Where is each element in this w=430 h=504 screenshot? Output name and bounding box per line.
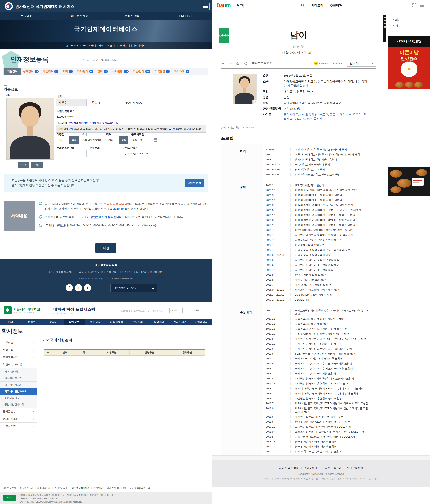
tel-field[interactable]: [56, 150, 87, 157]
search-input[interactable]: [252, 3, 298, 8]
breadcrumb-item[interactable]: HOME: [70, 44, 78, 47]
position-field[interactable]: [106, 136, 119, 144]
daum-footer-link[interactable]: 사전 고객센터: [320, 466, 341, 469]
edit-my-profile-link[interactable]: 마이프로필 편집: [252, 62, 272, 65]
form-tab[interactable]: 경력 20: [95, 68, 110, 75]
career-summary-field[interactable]: (現) UN UN 국제 해양회의 기타, (現) 서울사이버 특수대학원 사회…: [56, 125, 206, 133]
scu-nav-item[interactable]: 학사정보: [64, 319, 85, 325]
sidebar-item[interactable]: 장학금신청 +: [0, 423, 37, 430]
category-link[interactable]: 학자: [393, 24, 401, 28]
daum-footer-link[interactable]: 서비스 약관/정책: [279, 466, 298, 469]
mobile-field[interactable]: [89, 150, 120, 157]
position-search-button[interactable]: 검색: [119, 136, 128, 144]
scu-footer-link[interactable]: 찾아오시는길: [51, 487, 68, 489]
print-icon[interactable]: [244, 62, 248, 65]
chicken-ad-banner[interactable]: 내돈내산 FLEX! 어른이날 반값찬스: [388, 36, 430, 89]
language-select[interactable]: 한국어: [347, 60, 376, 67]
name-hanja-field[interactable]: [89, 99, 120, 106]
scu-nav-item[interactable]: 상담센터: [148, 319, 170, 325]
scu-footer-link[interactable]: 대학정보공시: [3, 487, 16, 489]
gov-nav-item[interactable]: 로그아웃: [0, 12, 53, 19]
name-en-field[interactable]: [123, 99, 153, 106]
sidebar-item[interactable]: 외국어시험조회: [0, 382, 37, 388]
gov-nav-item[interactable]: ENGLISH: [159, 12, 212, 19]
scu-nav-item[interactable]: 논문관리: [127, 319, 148, 325]
topbar-button[interactable]: 추천백과: [323, 4, 342, 7]
zoom-out-icon[interactable]: −: [229, 62, 231, 65]
form-tab[interactable]: 저술/업적 354: [131, 68, 153, 75]
save-button[interactable]: 저장: [96, 243, 116, 253]
resume-upload-button[interactable]: 이력서 등록: [185, 179, 204, 187]
category-link[interactable]: 화가: [393, 18, 401, 21]
scu-footer-link[interactable]: 개인정보처리방침: [68, 487, 89, 489]
scu-nav-item[interactable]: 열린광장: [85, 319, 106, 325]
company-field[interactable]: [56, 136, 70, 144]
side-tab-strip[interactable]: [383, 15, 386, 42]
gov-nav-item[interactable]: 인증서 등록: [106, 12, 159, 19]
sidebar-item[interactable]: 영어등급신청: [0, 369, 37, 375]
sidebar-item[interactable]: 외국어시험신청: [0, 375, 37, 382]
scu-nav-item[interactable]: 강의톡: [42, 319, 64, 325]
sidebar-item[interactable]: 수강신청 +: [0, 346, 37, 354]
sidebar-item[interactable]: 기본정보 +: [0, 339, 37, 346]
search-icon[interactable]: [301, 4, 304, 6]
scu-footer-link[interactable]: 전화번호안내: [33, 487, 51, 489]
scu-footer-link[interactable]: 이메일무단수집거부: [126, 487, 150, 489]
daum-footer-link[interactable]: 사전 문의하기: [341, 466, 363, 469]
sidebar-item[interactable]: 종합시험신청: [0, 395, 37, 401]
privacy-policy-link[interactable]: 개인정보처리방침: [0, 263, 212, 267]
photo-select-button[interactable]: 선택: [18, 162, 29, 168]
table-row[interactable]: [44, 355, 205, 356]
social-icon[interactable]: f: [66, 284, 73, 291]
sidebar-item[interactable]: 외국어시험결과조회: [0, 388, 37, 395]
chicken-ad-banner-2[interactable]: [388, 167, 430, 196]
kakao-translate[interactable]: Kakao I Translate: [315, 62, 342, 65]
topbar-button[interactable]: 카테고리: [311, 4, 323, 7]
apps-grid-icon[interactable]: [412, 3, 416, 7]
scu-nav-item[interactable]: HOME: [0, 319, 21, 325]
social-icon[interactable]: t: [84, 284, 91, 291]
hamburger-menu-icon[interactable]: [202, 3, 210, 10]
zoom-in-icon[interactable]: ＋: [221, 62, 225, 65]
breadcrumb-item[interactable]: 국가인재데이터베이스 소개: [78, 44, 115, 47]
form-tab[interactable]: 외국관련 2: [153, 68, 172, 75]
form-tab[interactable]: 기본정보: [4, 68, 21, 75]
sidebar-item[interactable]: 국제교류신청 +: [0, 354, 37, 361]
person-encyclopedia-badge[interactable]: 인물백과▸: [219, 28, 229, 43]
scu-home-button[interactable]: 홈페이지: [169, 308, 183, 313]
scu-nav-item[interactable]: 전자도서관: [169, 319, 191, 325]
photo-delete-button[interactable]: 삭제: [31, 162, 43, 168]
gov-nav-item[interactable]: 비밀번호변경: [53, 12, 106, 19]
list-icon[interactable]: [420, 3, 424, 7]
scu-nav-item[interactable]: 마이페이지: [191, 319, 212, 325]
form-tab[interactable]: 자격/면허 28: [75, 68, 96, 75]
daum-dictionary-label[interactable]: 백과: [236, 3, 244, 9]
home-icon[interactable]: ⌂: [66, 44, 68, 47]
scu-nav-item[interactable]: 대학원생활: [106, 319, 127, 325]
sidebar-item[interactable]: 학위취득자격시험 −: [0, 361, 37, 369]
photo-expand-icon[interactable]: ⤢: [252, 99, 257, 104]
social-icon[interactable]: b: [75, 284, 82, 291]
sidebar-item[interactable]: 등록금납부 +: [0, 408, 37, 415]
daum-logo[interactable]: Daum: [216, 2, 230, 9]
scu-footer-link[interactable]: 학교법인소개: [16, 487, 33, 489]
share-icon[interactable]: [236, 62, 239, 65]
sidebar-item[interactable]: 전체성적조회 +: [0, 415, 37, 423]
company-search-button[interactable]: 검색: [70, 136, 79, 144]
form-tab[interactable]: 자기소개 1: [172, 68, 192, 75]
scu-logout-button[interactable]: 로그아웃: [188, 308, 201, 313]
form-tab[interactable]: 사회활동 126: [110, 68, 131, 75]
daum-footer-link[interactable]: 권리침해신고: [298, 466, 319, 469]
sidebar-item[interactable]: 종합시험결과조회: [0, 401, 37, 408]
form-tab[interactable]: 추천직위 17: [41, 68, 61, 75]
dept-field[interactable]: [81, 136, 103, 144]
related-sites-dropdown[interactable]: 관련사이트 바로가기: [110, 284, 157, 292]
form-tab[interactable]: 상세정보 14: [21, 68, 41, 75]
calendar-icon[interactable]: [154, 138, 157, 142]
scu-nav-item[interactable]: 웹메일: [21, 319, 43, 325]
breadcrumb-item[interactable]: 국가인재데이터베이스: [115, 44, 145, 47]
start-date-field[interactable]: [131, 136, 152, 144]
form-tab[interactable]: 학력 7: [61, 68, 75, 75]
email-field[interactable]: [123, 150, 153, 157]
name-kr-field[interactable]: [56, 99, 87, 106]
